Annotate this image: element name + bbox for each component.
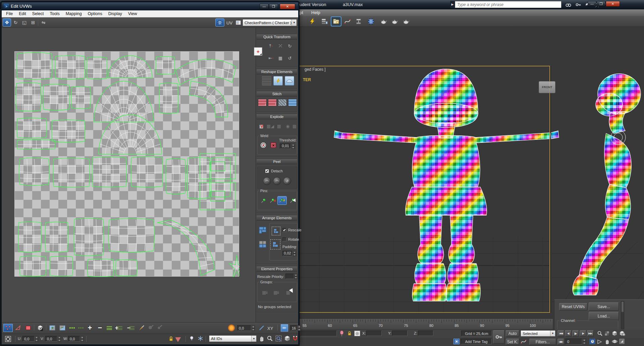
zoom-region-icon[interactable] [275,335,282,343]
quick-peel-icon[interactable]: ◠ [263,177,271,185]
quick-transform-flyout-button[interactable]: + [254,47,262,56]
align-horizontal-icon[interactable]: ⤒+ [267,41,275,51]
stitch-to-target-icon[interactable]: ↑ [268,99,277,106]
uvw-menu-options[interactable]: Options [85,11,105,16]
background-texture-dropdown[interactable]: CheckerPattern ( Checker )▼ [243,19,297,26]
rescale-priority-spinner[interactable]: ▲▼ [294,274,298,279]
mirror-lightning-icon[interactable] [308,17,317,26]
u-spinner[interactable]: ▲▼ [35,336,38,342]
uvw-titlebar[interactable]: > Edit UVWs — ❐ ✕ [2,2,298,10]
uv-space-label[interactable]: UV [226,20,232,25]
uvw-menu-display[interactable]: Display [105,11,125,16]
peel-mode-icon[interactable]: ◠ [273,177,281,185]
u-field[interactable]: 0,0 [22,336,35,342]
uv-vertex-mode-button[interactable] [4,324,12,332]
v-spinner[interactable]: ▲▼ [58,336,61,342]
orbit-icon[interactable] [612,339,618,346]
target-weld-icon[interactable] [259,141,268,150]
relax-icon[interactable] [273,76,283,85]
section-element-properties[interactable]: Element Properties [257,267,297,272]
w-field[interactable]: 0,0 [68,336,80,342]
load-uvws-button[interactable]: Load... [589,312,619,320]
grid-snap-toggle[interactable] [280,324,289,332]
rotate-ccw-icon[interactable]: ↺ [285,53,294,63]
weld-selected-icon[interactable]: × [269,141,278,150]
pin-icon[interactable] [259,196,268,205]
z-coordinate-field[interactable] [418,331,433,336]
maximize-viewport-toggle[interactable] [619,339,625,345]
layer-manager-icon[interactable] [320,17,329,26]
render-globe-icon[interactable] [366,17,376,26]
ring-grow-button[interactable]: + [114,324,123,332]
section-reshape-elements[interactable]: Reshape Elements [257,69,297,74]
align-vertical-icon[interactable]: ⇤+ [267,53,275,63]
auto-pin-icon[interactable] [278,196,286,205]
falloff-space-label[interactable]: XY [267,326,273,331]
select-pins-icon[interactable] [288,196,297,205]
uv-editor-canvas[interactable] [2,28,256,322]
move-tool-button[interactable]: ✥ [3,19,11,26]
add-time-tag[interactable]: Add Time Tag [461,339,492,344]
loop-dash-icon[interactable] [68,324,77,332]
loop-dash-dim-icon[interactable] [77,324,86,332]
falloff-spinner[interactable]: ▲▼ [252,325,255,331]
go-to-end-button[interactable]: ▶▶| [587,330,594,337]
uvw-minimize-button[interactable]: — [260,4,269,9]
search-history-arrow[interactable]: ▶ [450,1,455,8]
schematic-view-icon[interactable] [354,17,363,26]
select-element-toggle[interactable] [36,324,45,332]
show-hidden-icon[interactable] [189,336,195,343]
options-list-icon[interactable] [234,19,242,26]
minimize-button[interactable]: — [588,1,596,7]
close-button[interactable]: ✕ [606,1,620,7]
viewport-area[interactable] [299,27,644,330]
help-search-input[interactable] [455,1,561,8]
threshold-field[interactable]: 0,01 [280,143,291,149]
brush-larger-icon[interactable] [147,324,155,332]
pan-hand-icon[interactable] [604,339,610,346]
snap-magnet-icon[interactable] [292,335,298,343]
stitch-all-icon[interactable] [288,99,297,106]
menu-fragment[interactable]: pt [300,10,303,15]
x-coordinate-field[interactable] [366,331,382,336]
mirror-tool-button[interactable]: ⇋ [40,19,47,26]
uvw-menu-file[interactable]: File [3,11,16,16]
license-key-icon[interactable] [574,1,582,8]
selection-playback-icon[interactable] [597,339,602,346]
save-uvws-button[interactable]: Save... [589,302,619,311]
key-filter-dropdown[interactable]: Selected▼ [521,330,555,337]
zoom-extents-all-icon[interactable] [619,331,625,338]
uv-face-mode-button[interactable] [24,324,33,332]
restore-button[interactable]: ❐ [597,1,605,7]
absolute-offset-toggle[interactable] [354,331,360,336]
section-stitch[interactable]: Stitch [257,92,297,97]
frame-spinner[interactable]: ▲▼ [583,339,586,345]
rendered-frame-icon[interactable] [401,17,411,26]
section-quick-transform[interactable]: Quick Transform [257,35,297,40]
zoom-extents-icon[interactable] [612,331,618,338]
shrink-selection-button[interactable]: − [58,324,67,332]
v-field[interactable]: 0,0 [45,336,57,342]
isolate-pin-icon[interactable] [339,331,344,337]
set-key-mode-button[interactable]: Set K. [506,339,519,345]
current-frame-field[interactable]: 0 [566,339,582,345]
pan-hand-icon[interactable] [259,335,265,343]
zoom-icon[interactable] [597,331,603,338]
uvw-maximize-button[interactable]: ❐ [269,4,278,9]
grid-size-field[interactable]: 16 [290,325,298,331]
next-frame-button[interactable]: |▶ [580,330,586,337]
zoom-icon[interactable]: ± [267,335,273,343]
previous-frame-button[interactable]: ◀| [565,330,572,337]
grow-selection-button[interactable]: + [48,324,57,332]
soft-selection-falloff-field[interactable]: 0,0 [237,325,251,331]
stitch-to-source-icon[interactable]: ↑ [278,99,287,106]
play-button[interactable]: ▶ [572,330,579,337]
rotate-cw-icon[interactable]: ↻ [285,41,294,51]
uvw-menu-mapping[interactable]: Mapping [63,11,85,16]
prevent-reflattening-icon[interactable] [175,335,182,342]
time-configuration-icon[interactable] [589,339,595,344]
show-map-button[interactable] [216,19,224,26]
flatten-by-smoothing-icon[interactable]: ▦V [257,122,265,130]
uvw-menu-view[interactable]: View [125,11,140,16]
timeline-ruler[interactable]: 556065707580859095100 [299,319,553,330]
